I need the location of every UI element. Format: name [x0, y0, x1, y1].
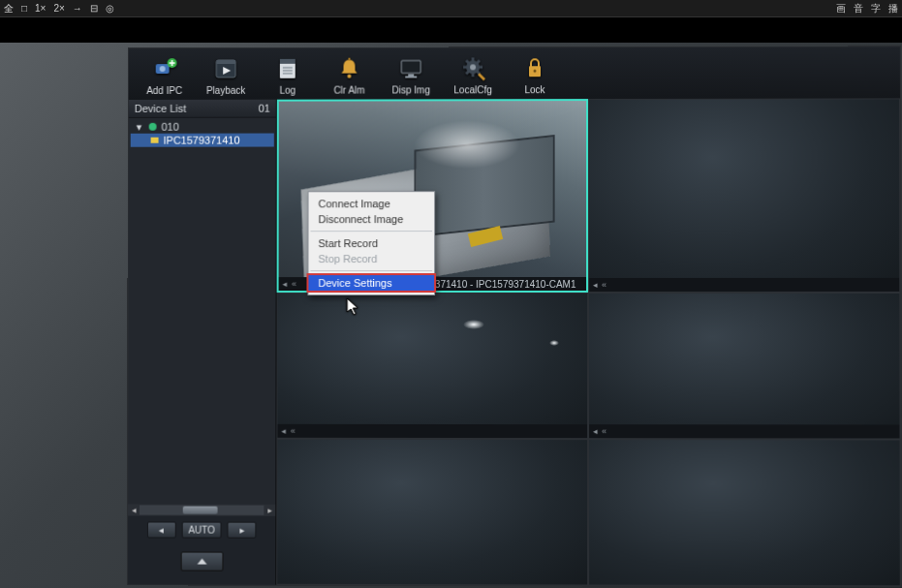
video-cell-6[interactable]: [588, 439, 901, 586]
log-icon: [271, 54, 304, 83]
nav-prev-button[interactable]: ◂: [147, 521, 176, 538]
lock-label: Lock: [524, 84, 544, 95]
disp-img-button[interactable]: Disp Img: [383, 52, 439, 98]
scroll-thumb[interactable]: [183, 507, 218, 514]
tree-hscroll[interactable]: ◂ ▸: [128, 504, 275, 515]
video-grid: ◂ « IPC1579371410 - IPC1579371410-CAM1 ◂…: [276, 98, 901, 586]
app-body: Device List 01 ▾ 010: [128, 98, 901, 586]
top-icon[interactable]: ◎: [106, 3, 114, 14]
player-top-strip: 全 □ 1× 2× → ⊟ ◎ 画 音 字 播: [0, 0, 902, 17]
scroll-track[interactable]: [140, 506, 264, 515]
svg-rect-4: [216, 60, 235, 64]
player-top-right-icons: 画 音 字 播: [836, 2, 898, 15]
scroll-left-icon[interactable]: ◂: [128, 505, 140, 514]
svg-point-11: [348, 75, 352, 78]
chevron-left-icon[interactable]: ◂ «: [281, 426, 295, 436]
player-top-left-icons: 全 □ 1× 2× → ⊟ ◎: [4, 2, 114, 15]
playback-label: Playback: [206, 85, 245, 96]
monitor-icon: [394, 54, 427, 83]
device-sidebar: Device List 01 ▾ 010: [128, 100, 277, 585]
top-icon[interactable]: 全: [4, 2, 14, 15]
mouse-cursor-icon: [346, 297, 359, 317]
collapse-up-button[interactable]: [180, 552, 223, 572]
tree-device-selected[interactable]: IPC1579371410: [131, 134, 274, 147]
svg-rect-13: [401, 61, 420, 74]
add-ipc-button[interactable]: Add IPC: [137, 52, 193, 98]
add-ipc-icon: [148, 54, 181, 83]
svg-line-25: [466, 71, 469, 74]
svg-line-24: [477, 60, 480, 63]
svg-point-28: [534, 70, 537, 73]
device-list-header: Device List 01: [129, 100, 276, 118]
svg-rect-15: [405, 76, 417, 77]
top-icon[interactable]: 字: [871, 2, 881, 15]
svg-rect-14: [408, 75, 414, 77]
menu-stop-record[interactable]: Stop Record: [308, 251, 434, 266]
video-cell-2[interactable]: ◂ «: [587, 98, 900, 293]
main-toolbar: Add IPC Playback: [129, 46, 900, 100]
svg-point-17: [470, 64, 476, 70]
top-icon[interactable]: →: [73, 3, 82, 14]
menu-connect-image[interactable]: Connect Image: [309, 196, 435, 211]
device-list-count: 01: [259, 103, 270, 114]
expand-icon[interactable]: ▾: [135, 122, 144, 132]
device-tree[interactable]: ▾ 010 IPC1579371410: [128, 118, 276, 505]
svg-point-29: [149, 123, 157, 131]
cell-status-bar: ◂ «: [589, 278, 900, 292]
tree-device-label: IPC1579371410: [164, 135, 240, 146]
svg-marker-26: [478, 73, 485, 80]
log-button[interactable]: Log: [260, 52, 316, 98]
collapse-pane: [128, 543, 275, 584]
group-icon: [148, 122, 158, 132]
gear-icon: [456, 53, 489, 82]
playback-button[interactable]: Playback: [198, 52, 254, 98]
playback-icon: [209, 54, 242, 83]
top-icon[interactable]: 播: [888, 2, 898, 15]
top-icon[interactable]: 1×: [35, 3, 46, 14]
nav-auto-button[interactable]: AUTO: [181, 522, 221, 539]
top-icon[interactable]: 画: [836, 2, 846, 15]
svg-rect-7: [280, 59, 295, 64]
lock-icon: [518, 53, 551, 82]
svg-rect-12: [349, 58, 351, 61]
top-icon[interactable]: □: [21, 3, 27, 14]
nav-buttons: ◂ AUTO ▸: [128, 515, 275, 543]
top-icon[interactable]: 2×: [53, 3, 64, 14]
svg-line-22: [466, 60, 469, 63]
local-cfg-label: LocalCfg: [453, 84, 491, 95]
svg-rect-30: [151, 138, 159, 143]
svg-point-1: [160, 66, 166, 72]
svg-marker-32: [347, 298, 358, 315]
video-cell-3[interactable]: ◂ «: [276, 293, 587, 439]
menu-device-settings[interactable]: Device Settings: [308, 275, 434, 291]
svg-marker-31: [197, 559, 206, 565]
dvr-app: Add IPC Playback: [127, 46, 902, 587]
cell-status-bar: ◂ «: [277, 424, 586, 438]
clr-alm-button[interactable]: Clr Alm: [322, 52, 378, 98]
cell-status-bar: ◂ «: [589, 424, 900, 438]
top-icon[interactable]: ⊟: [90, 3, 98, 14]
disp-img-label: Disp Img: [392, 84, 430, 95]
nav-next-button[interactable]: ▸: [228, 522, 257, 539]
bell-icon: [333, 54, 366, 83]
chevron-up-icon: [195, 557, 208, 567]
menu-disconnect-image[interactable]: Disconnect Image: [309, 211, 435, 227]
device-list-title: Device List: [135, 103, 186, 114]
device-context-menu: Connect Image Disconnect Image Start Rec…: [307, 191, 435, 295]
lock-button[interactable]: Lock: [507, 51, 563, 97]
chevron-left-icon[interactable]: ◂ «: [283, 279, 297, 289]
video-cell-4[interactable]: ◂ «: [588, 293, 901, 440]
camera-icon: [150, 136, 160, 145]
scroll-right-icon[interactable]: ▸: [264, 506, 275, 515]
tree-root[interactable]: ▾ 010: [131, 120, 274, 134]
add-ipc-label: Add IPC: [146, 85, 182, 96]
local-cfg-button[interactable]: LocalCfg: [445, 51, 501, 97]
clr-alm-label: Clr Alm: [333, 85, 364, 96]
chevron-left-icon[interactable]: ◂ «: [593, 280, 608, 290]
top-icon[interactable]: 音: [854, 2, 863, 15]
menu-start-record[interactable]: Start Record: [308, 235, 434, 251]
chevron-left-icon[interactable]: ◂ «: [593, 426, 608, 436]
video-cell-5[interactable]: [276, 439, 587, 586]
stage: Add IPC Playback: [0, 17, 902, 588]
log-label: Log: [279, 85, 295, 96]
